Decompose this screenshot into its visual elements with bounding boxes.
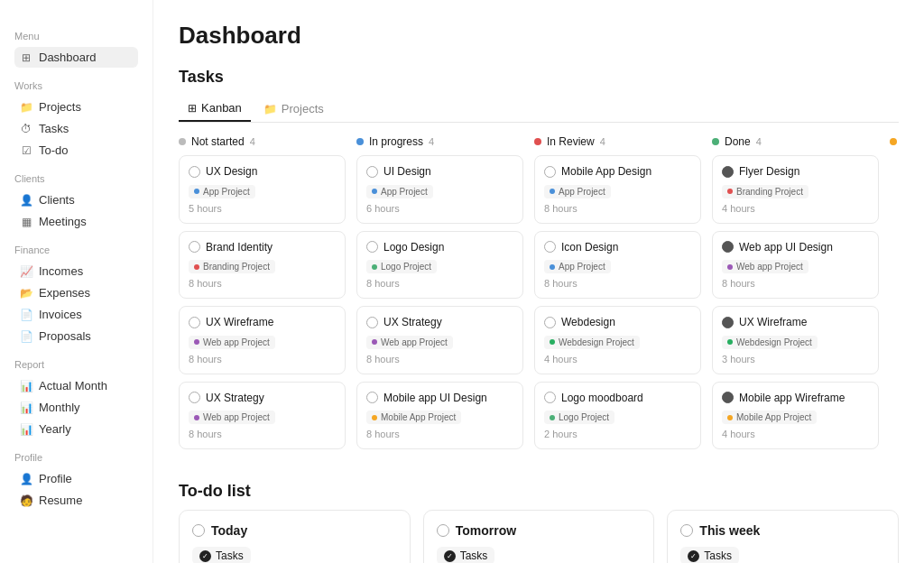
table-icon: ▦ — [20, 216, 32, 228]
card-circle — [722, 392, 734, 403]
bar-chart-icon: 📊 — [20, 380, 32, 392]
today-header: Today — [211, 523, 247, 538]
sidebar-item-actual-month[interactable]: 📊 Actual Month — [14, 375, 138, 396]
kanban-card[interactable]: Icon Design App Project 8 hours — [534, 231, 701, 300]
expenses-icon: 📂 — [20, 287, 32, 300]
sidebar-item-monthly[interactable]: 📊 Monthly — [14, 397, 138, 418]
finance-label: Finance — [14, 245, 138, 255]
kanban-card[interactable]: UX Wireframe Web app Project 8 hours — [179, 306, 346, 374]
folder-icon: 📁 — [20, 101, 32, 114]
kanban-card[interactable]: UX Strategy Web app Project 8 hours — [356, 306, 523, 374]
kanban-card[interactable]: Flyer Design Branding Project 4 hours — [712, 155, 879, 224]
sidebar-item-clients[interactable]: 👤 Clients — [14, 189, 138, 210]
tag-dot — [372, 339, 377, 345]
tab-kanban[interactable]: ⊞ Kanban — [179, 96, 251, 122]
today-tab[interactable]: ✓ Tasks — [192, 547, 251, 563]
kanban-card[interactable]: Webdesign Webdesign Project 4 hours — [534, 306, 701, 374]
kanban-card[interactable]: Mobile App Design App Project 8 hours — [534, 155, 701, 224]
works-label: Works — [14, 80, 138, 91]
col-archive: Archive 0 — [890, 135, 899, 457]
kanban-card[interactable]: Web app UI Design Web app Project 8 hour… — [712, 231, 879, 300]
card-circle — [189, 392, 200, 403]
archive-dot — [890, 138, 897, 145]
main-content: Dashboard Tasks ⊞ Kanban 📁 Projects Not … — [153, 0, 924, 563]
tasks-check-icon2: ✓ — [444, 550, 456, 562]
card-circle — [366, 241, 378, 253]
report-label: Report — [14, 359, 138, 370]
col-done: Done 4 Flyer Design Branding Project 4 h… — [712, 135, 879, 457]
this-week-tab[interactable]: ✓ Tasks — [680, 547, 739, 563]
sidebar-item-incomes[interactable]: 📈 Incomes — [14, 261, 138, 282]
done-label: Done — [725, 135, 751, 148]
card-circle — [366, 392, 378, 403]
tasks-check-icon3: ✓ — [688, 550, 699, 562]
tag-dot — [194, 189, 199, 194]
sidebar-item-resume[interactable]: 🧑 Resume — [14, 490, 138, 511]
sidebar-item-tasks[interactable]: ⏱ Tasks — [14, 118, 138, 139]
card-circle — [189, 166, 200, 178]
kanban-card[interactable]: Brand Identity Branding Project 8 hours — [179, 231, 346, 300]
tag-dot — [372, 189, 377, 194]
kanban-card[interactable]: Mobile app UI Design Mobile App Project … — [356, 382, 523, 450]
invoices-icon: 📄 — [20, 309, 32, 321]
tag-dot — [550, 264, 555, 270]
clients-label: Clients — [14, 173, 138, 184]
clock-icon: ⏱ — [20, 123, 32, 135]
card-circle — [366, 166, 378, 178]
todo-section: To-do list Today ✓ Tasks Call Jay ASAP — [179, 482, 899, 563]
bar-chart2-icon: 📊 — [20, 401, 32, 414]
bar-chart3-icon: 📊 — [20, 423, 32, 436]
sidebar-item-projects[interactable]: 📁 Projects — [14, 97, 138, 117]
this-week-circle — [680, 524, 693, 537]
kanban-board: Not started 4 UX Design App Project 5 ho… — [179, 135, 899, 457]
card-circle — [366, 317, 378, 328]
kanban-card[interactable]: Logo moodboard Logo Project 2 hours — [534, 382, 701, 450]
card-circle — [544, 317, 556, 328]
tomorrow-tab[interactable]: ✓ Tasks — [437, 547, 495, 563]
projects-tab-icon: 📁 — [263, 103, 277, 115]
tag-dot — [727, 264, 733, 270]
tab-projects[interactable]: 📁 Projects — [254, 96, 333, 122]
sidebar-item-meetings[interactable]: ▦ Meetings — [14, 211, 138, 232]
tag-dot — [194, 264, 199, 270]
sidebar-item-expenses[interactable]: 📂 Expenses — [14, 282, 138, 303]
tomorrow-circle — [437, 524, 449, 537]
tag-dot — [550, 415, 555, 420]
sidebar-item-profile[interactable]: 👤 Profile — [14, 468, 138, 489]
sidebar-item-todo[interactable]: ☑ To-do — [14, 140, 138, 161]
person-icon: 👤 — [20, 194, 32, 207]
col-in-progress: In progress 4 UI Design App Project 6 ho… — [356, 135, 523, 457]
card-circle — [722, 241, 734, 253]
today-circle — [192, 524, 205, 537]
tag-dot — [727, 189, 733, 194]
sidebar-item-yearly[interactable]: 📊 Yearly — [14, 419, 138, 439]
todo-columns: Today ✓ Tasks Call Jay ASAP Crea — [179, 510, 899, 563]
todo-col-this-week: This week ✓ Tasks Call with Jack — [667, 510, 899, 563]
done-dot — [712, 138, 719, 145]
in-review-count: 4 — [600, 136, 605, 147]
sidebar-item-proposals[interactable]: 📄 Proposals — [14, 326, 138, 346]
tasks-title: Tasks — [179, 68, 899, 87]
tomorrow-header: Tomorrow — [456, 523, 516, 538]
check-icon: ☑ — [20, 144, 32, 157]
kanban-card[interactable]: UX Strategy Web app Project 8 hours — [179, 382, 346, 450]
sidebar-item-dashboard[interactable]: ⊞ Dashboard — [14, 47, 138, 68]
tasks-check-icon: ✓ — [199, 550, 211, 562]
tag-dot — [550, 189, 555, 194]
kanban-card[interactable]: Logo Design Logo Project 8 hours — [356, 231, 523, 300]
card-circle — [189, 317, 200, 328]
in-progress-dot — [356, 138, 364, 145]
col-not-started: Not started 4 UX Design App Project 5 ho… — [179, 135, 346, 457]
kanban-card[interactable]: Mobile app Wireframe Mobile App Project … — [712, 382, 879, 450]
sidebar-item-invoices[interactable]: 📄 Invoices — [14, 304, 138, 325]
not-started-count: 4 — [250, 136, 255, 147]
profile-icon: 👤 — [20, 473, 32, 485]
todo-col-today: Today ✓ Tasks Call Jay ASAP Crea — [179, 510, 411, 563]
menu-label: Menu — [14, 31, 138, 42]
kanban-card[interactable]: UI Design App Project 6 hours — [356, 155, 523, 224]
not-started-dot — [179, 138, 186, 145]
kanban-card[interactable]: UX Wireframe Webdesign Project 3 hours — [712, 306, 879, 374]
in-review-dot — [534, 138, 541, 145]
not-started-label: Not started — [191, 135, 245, 148]
kanban-card[interactable]: UX Design App Project 5 hours — [179, 155, 346, 224]
